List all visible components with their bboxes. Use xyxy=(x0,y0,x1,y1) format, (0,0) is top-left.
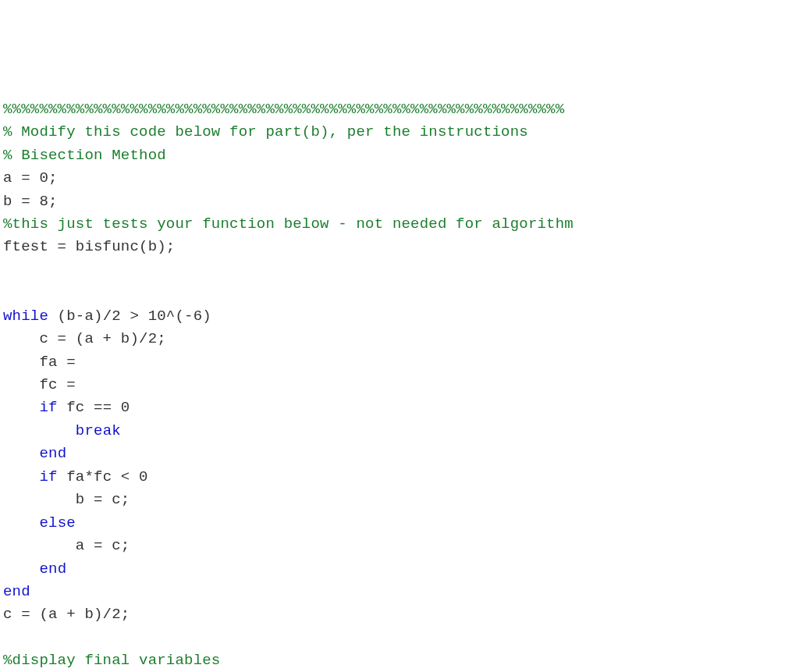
code-line xyxy=(3,627,796,649)
code-segment: (b-a)/2 > 10^(-6) xyxy=(48,308,211,325)
code-segment xyxy=(3,422,76,439)
code-segment xyxy=(3,445,39,462)
code-line xyxy=(3,282,796,304)
code-line: ftest = bisfunc(b); xyxy=(3,236,796,258)
code-line: break xyxy=(3,420,796,443)
code-line: else xyxy=(3,512,796,535)
code-line: if fa*fc < 0 xyxy=(3,466,796,489)
code-line: if fc == 0 xyxy=(3,396,796,419)
code-line: fc = xyxy=(3,374,796,396)
code-segment: else xyxy=(39,514,75,532)
code-segment xyxy=(3,399,39,416)
code-segment: fc == 0 xyxy=(58,399,130,416)
code-line: b = c; xyxy=(3,489,796,511)
code-line: c = (a + b)/2; xyxy=(3,603,796,626)
code-line: a = c; xyxy=(3,535,796,557)
code-line: fa = xyxy=(3,351,796,374)
code-segment: while xyxy=(3,308,48,325)
code-segment: fa*fc < 0 xyxy=(58,468,148,485)
code-line: %%%%%%%%%%%%%%%%%%%%%%%%%%%%%%%%%%%%%%%%… xyxy=(3,98,796,121)
code-line xyxy=(3,259,796,282)
code-segment xyxy=(3,468,39,485)
code-line: a = 0; xyxy=(3,167,796,190)
code-line: end xyxy=(3,581,796,603)
code-segment: if xyxy=(39,399,57,416)
code-line: end xyxy=(3,443,796,465)
code-segment: end xyxy=(39,445,66,462)
code-segment: break xyxy=(76,422,121,439)
code-segment: if xyxy=(39,468,57,485)
code-segment xyxy=(3,560,39,578)
code-line: %display final variables xyxy=(3,649,796,672)
code-line: % Bisection Method xyxy=(3,144,796,167)
code-line: c = (a + b)/2; xyxy=(3,328,796,350)
code-line: b = 8; xyxy=(3,190,796,213)
code-line: while (b-a)/2 > 10^(-6) xyxy=(3,305,796,328)
code-line: % Modify this code below for part(b), pe… xyxy=(3,121,796,144)
code-line: end xyxy=(3,558,796,581)
code-segment: end xyxy=(39,560,66,578)
code-block: %%%%%%%%%%%%%%%%%%%%%%%%%%%%%%%%%%%%%%%%… xyxy=(3,98,796,672)
code-segment xyxy=(3,514,39,532)
code-line: %this just tests your function below - n… xyxy=(3,213,796,236)
